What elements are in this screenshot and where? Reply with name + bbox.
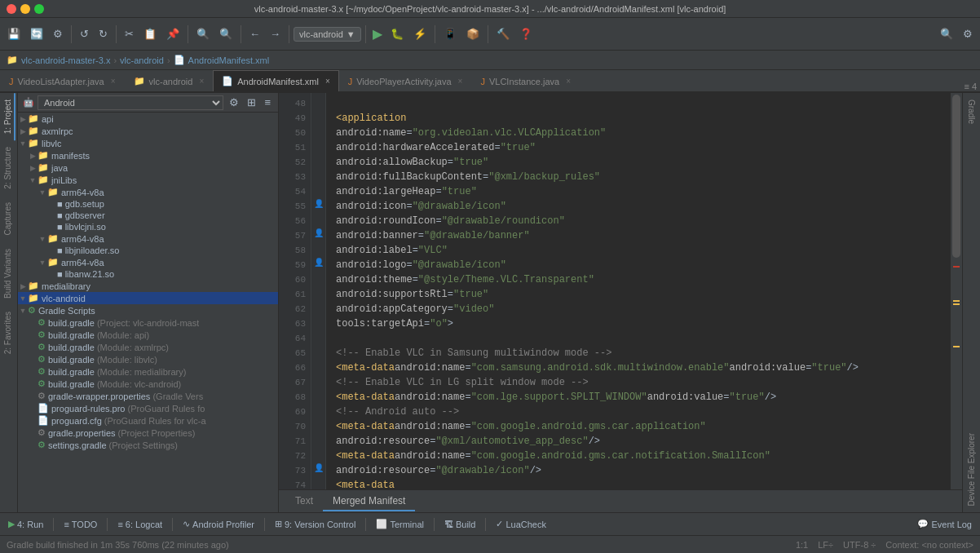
- run-bar-profiler[interactable]: ∿ Android Profiler: [179, 517, 258, 531]
- cut-btn[interactable]: ✂: [121, 25, 138, 42]
- tree-item-java[interactable]: ▶ 📁 java: [18, 161, 278, 174]
- tab-close-2[interactable]: ×: [199, 77, 204, 86]
- panel-tab-gradle[interactable]: Gradle: [965, 93, 978, 131]
- avd-btn[interactable]: 📱: [439, 25, 461, 42]
- breadcrumb-module[interactable]: vlc-android: [120, 55, 164, 65]
- vertical-scrollbar[interactable]: [951, 93, 962, 489]
- status-lf[interactable]: LF÷: [818, 540, 833, 550]
- tree-item-gdbserver[interactable]: ▶ ■ gdbserver: [18, 210, 278, 221]
- sidebar-gear-btn[interactable]: ⚙: [227, 95, 241, 109]
- line-71: 71: [279, 434, 306, 449]
- tree-item-build-gradle-project[interactable]: ▶ ⚙ build.gradle (Project: vlc-android-m…: [18, 316, 278, 329]
- play-btn[interactable]: ▶: [370, 24, 385, 44]
- panel-tab-captures[interactable]: Captures: [2, 196, 15, 242]
- tree-item-libvlc[interactable]: ▼ 📁 libvlc: [18, 137, 278, 149]
- sync-btn[interactable]: 🔄: [26, 25, 47, 42]
- tree-item-arm64-2[interactable]: ▼ 📁 arm64-v8a: [18, 232, 278, 245]
- bottom-tab-text[interactable]: Text: [285, 492, 323, 511]
- tree-label-arm64-3: arm64-v8a: [61, 258, 104, 268]
- code-area[interactable]: <application android:name="org.videolan.…: [326, 93, 951, 489]
- tree-item-libvlcjni[interactable]: ▶ ■ libvlcjni.so: [18, 221, 278, 232]
- tab-close-1[interactable]: ×: [111, 77, 116, 86]
- tree-item-vlc-android[interactable]: ▼ 📁 vlc-android: [18, 292, 278, 304]
- find-btn[interactable]: 🔍: [192, 25, 214, 42]
- panel-tab-favorites[interactable]: 2: Favorites: [2, 305, 15, 361]
- paste-btn[interactable]: 📌: [162, 25, 183, 42]
- tree-label-arm64-2: arm64-v8a: [61, 234, 104, 244]
- scrollbar-thumb[interactable]: [952, 95, 960, 258]
- tree-item-gradle-scripts[interactable]: ▼ ⚙ Gradle Scripts: [18, 304, 278, 316]
- copy-btn[interactable]: 📋: [139, 25, 161, 42]
- tree-item-gradle-wrapper[interactable]: ▶ ⚙ gradle-wrapper.properties (Gradle Ve…: [18, 390, 278, 402]
- tab-android-manifest[interactable]: 📄 AndroidManifest.xml ×: [213, 70, 339, 91]
- tab-vlc-android[interactable]: 📁 vlc-android ×: [125, 70, 214, 91]
- tab-vlcinstance[interactable]: J VLCInstance.java ×: [471, 70, 580, 91]
- tab-video-player-activity[interactable]: J VideoPlayerActivity.java ×: [339, 70, 472, 91]
- tree-item-arm64-1[interactable]: ▼ 📁 arm64-v8a: [18, 186, 278, 198]
- tree-item-build-gradle-media[interactable]: ▶ ⚙ build.gradle (Module: medialibrary): [18, 365, 278, 378]
- sync2-btn[interactable]: ⚙: [49, 25, 67, 42]
- profile-btn[interactable]: ⚡: [409, 25, 430, 42]
- tree-item-medialibrary[interactable]: ▶ 📁 medialibrary: [18, 280, 278, 292]
- tree-item-jnilibs[interactable]: ▼ 📁 jniLibs: [18, 174, 278, 186]
- sdk-btn[interactable]: 📦: [462, 25, 483, 42]
- minimize-button[interactable]: [20, 4, 30, 14]
- undo-btn[interactable]: ↺: [76, 25, 93, 42]
- debug-btn[interactable]: 🐛: [386, 25, 408, 42]
- tab-close-4[interactable]: ×: [458, 77, 463, 86]
- panel-tab-build-variants[interactable]: Build Variants: [2, 242, 15, 305]
- breadcrumb-root[interactable]: vlc-android-master-3.x: [21, 55, 110, 65]
- forward-btn[interactable]: →: [266, 25, 285, 42]
- bottom-tab-merged-manifest[interactable]: Merged Manifest: [323, 492, 415, 511]
- sync-gradle-btn[interactable]: 🔨: [492, 25, 514, 42]
- run-bar-terminal[interactable]: ⬜ Terminal: [373, 517, 427, 531]
- tree-item-proguard-rules[interactable]: ▶ 📄 proguard-rules.pro (ProGuard Rules f…: [18, 402, 278, 414]
- sidebar-filter-btn[interactable]: ≡: [262, 95, 273, 109]
- close-button[interactable]: [7, 4, 16, 14]
- run-bar-luacheck[interactable]: ✓ LuaCheck: [492, 517, 550, 531]
- tree-item-build-gradle-vlc[interactable]: ▶ ⚙ build.gradle (Module: vlc-android): [18, 378, 278, 390]
- tree-item-arm64-3[interactable]: ▼ 📁 arm64-v8a: [18, 256, 278, 268]
- tree-item-build-gradle-axmlrpc[interactable]: ▶ ⚙ build.gradle (Module: axmlrpc): [18, 341, 278, 353]
- run-bar-run[interactable]: ▶ 4: Run: [5, 517, 46, 531]
- back-btn[interactable]: ←: [245, 25, 264, 42]
- tree-item-proguard-cfg[interactable]: ▶ 📄 proguard.cfg (ProGuard Rules for vlc…: [18, 414, 278, 427]
- search-everywhere-btn[interactable]: 🔍: [936, 25, 957, 42]
- gradle-icon-sg: ⚙: [38, 440, 46, 450]
- tree-item-gradle-properties[interactable]: ▶ ⚙ gradle.properties (Project Propertie…: [18, 427, 278, 439]
- tab-close-3[interactable]: ×: [325, 77, 330, 86]
- tree-item-manifests[interactable]: ▶ 📁 manifests: [18, 149, 278, 161]
- tab-video-list-adapter[interactable]: J VideoListAdapter.java ×: [0, 70, 125, 91]
- save-btn[interactable]: 💾: [3, 25, 24, 42]
- gutter-icon-57: 👤: [311, 225, 326, 240]
- tree-item-build-gradle-libvlc[interactable]: ▶ ⚙ build.gradle (Module: libvlc): [18, 353, 278, 365]
- panel-tab-structure[interactable]: 2: Structure: [2, 140, 15, 196]
- panel-tab-project[interactable]: 1: Project: [2, 93, 15, 140]
- tree-item-settings-gradle[interactable]: ▶ ⚙ settings.gradle (Project Settings): [18, 439, 278, 451]
- tree-item-api[interactable]: ▶ 📁 api: [18, 113, 278, 125]
- run-bar-event-log[interactable]: 💬 Event Log: [914, 517, 975, 531]
- status-encoding[interactable]: UTF-8 ÷: [843, 540, 876, 550]
- panel-tab-device-file-explorer[interactable]: Device File Explorer: [965, 427, 978, 512]
- settings-btn[interactable]: ⚙: [959, 25, 977, 42]
- run-bar-version-control[interactable]: ⊞ 9: Version Control: [271, 517, 359, 531]
- maximize-button[interactable]: [34, 4, 44, 14]
- tree-item-axmlrpc[interactable]: ▶ 📁 axmlrpc: [18, 125, 278, 137]
- tree-item-gdb-setup[interactable]: ▶ ■ gdb.setup: [18, 198, 278, 210]
- tab-close-5[interactable]: ×: [566, 77, 571, 86]
- help-btn[interactable]: ❓: [515, 25, 536, 42]
- project-selector[interactable]: vlc-android ▼: [294, 27, 361, 42]
- sidebar-sort-btn[interactable]: ⊞: [245, 95, 258, 109]
- tree-item-libjniloader[interactable]: ▶ ■ libjniloader.so: [18, 245, 278, 256]
- run-bar-todo[interactable]: ≡ TODO: [60, 518, 100, 531]
- breadcrumb-file[interactable]: AndroidManifest.xml: [188, 55, 270, 65]
- status-position[interactable]: 1:1: [796, 540, 808, 550]
- view-selector[interactable]: Android Project: [38, 95, 223, 110]
- tree-item-build-gradle-api[interactable]: ▶ ⚙ build.gradle (Module: api): [18, 329, 278, 341]
- tree-arrow-libvlc: ▼: [18, 139, 28, 148]
- redo-btn[interactable]: ↻: [95, 25, 112, 42]
- run-bar-build[interactable]: 🏗 Build: [441, 518, 479, 531]
- tree-item-libanw[interactable]: ▶ ■ libanw.21.so: [18, 268, 278, 280]
- find2-btn[interactable]: 🔍: [215, 25, 236, 42]
- run-bar-logcat[interactable]: ≡ 6: Logcat: [114, 518, 166, 531]
